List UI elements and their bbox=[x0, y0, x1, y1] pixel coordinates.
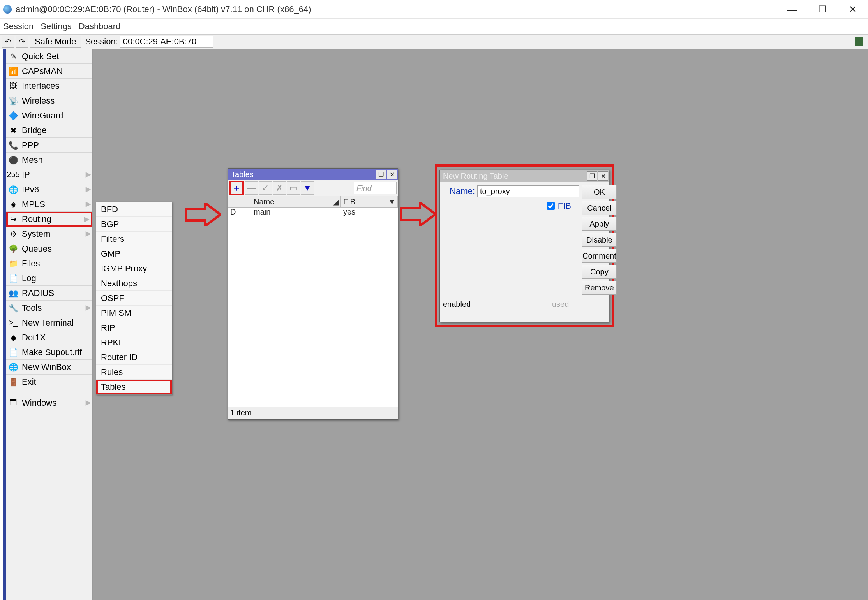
menu-dashboard[interactable]: Dashboard bbox=[79, 21, 121, 32]
sidebar-item-system[interactable]: ⚙System▾ bbox=[6, 227, 92, 241]
submenu-item-bfd[interactable]: BFD bbox=[96, 202, 172, 217]
session-value[interactable]: 00:0C:29:AE:0B:70 bbox=[120, 36, 213, 48]
sidebar-item-new-terminal[interactable]: >_New Terminal bbox=[6, 315, 92, 330]
tables-body[interactable]: D main yes bbox=[228, 208, 398, 407]
comment-button[interactable]: Comment bbox=[582, 249, 617, 263]
cancel-button[interactable]: Cancel bbox=[582, 201, 617, 215]
maximize-button[interactable]: ☐ bbox=[807, 0, 838, 19]
submenu-item-tables[interactable]: Tables bbox=[96, 380, 172, 394]
svg-marker-0 bbox=[185, 203, 221, 226]
menu-settings[interactable]: Settings bbox=[41, 21, 72, 32]
dialog-titlebar[interactable]: New Routing Table ❐ ✕ bbox=[440, 170, 609, 182]
safe-mode-button[interactable]: Safe Mode bbox=[30, 36, 81, 48]
sidebar-icon: 🔧 bbox=[9, 303, 18, 313]
close-button[interactable]: ✕ bbox=[838, 0, 868, 19]
submenu-item-filters[interactable]: Filters bbox=[96, 232, 172, 246]
chevron-right-icon: ▾ bbox=[81, 400, 94, 406]
sidebar-icon: 📄 bbox=[9, 348, 18, 357]
add-button[interactable]: ＋ bbox=[229, 181, 244, 195]
sidebar-item-ip[interactable]: 255IP▾ bbox=[6, 167, 92, 182]
status-indicator bbox=[855, 37, 863, 46]
dialog-close-button[interactable]: ✕ bbox=[598, 171, 608, 181]
sidebar-item-routing[interactable]: ↪Routing▾ bbox=[6, 212, 92, 227]
submenu-item-router-id[interactable]: Router ID bbox=[96, 350, 172, 365]
col-name[interactable]: Name◢ bbox=[251, 196, 341, 207]
remove-button[interactable]: Remove bbox=[582, 281, 617, 295]
sidebar-item-queues[interactable]: 🌳Queues bbox=[6, 241, 92, 256]
sidebar-item-files[interactable]: 📁Files bbox=[6, 256, 92, 271]
sidebar-item-capsman[interactable]: 📶CAPsMAN bbox=[6, 64, 92, 79]
sidebar-item-new-winbox[interactable]: 🌐New WinBox bbox=[6, 360, 92, 375]
find-input[interactable]: Find bbox=[354, 182, 397, 194]
ok-button[interactable]: OK bbox=[582, 185, 617, 199]
sidebar-item-label: MPLS bbox=[22, 199, 45, 209]
undo-button[interactable]: ↶ bbox=[2, 36, 14, 48]
sidebar-icon: 255 bbox=[9, 170, 18, 179]
sidebar-item-tools[interactable]: 🔧Tools▾ bbox=[6, 301, 92, 315]
sidebar-icon: 🌳 bbox=[9, 244, 18, 253]
sidebar-item-exit[interactable]: 🚪Exit bbox=[6, 375, 92, 389]
sidebar-item-label: New Terminal bbox=[22, 318, 74, 328]
filter-button[interactable]: ▼ bbox=[301, 181, 314, 195]
menu-session[interactable]: Session bbox=[3, 21, 34, 32]
submenu-item-ospf[interactable]: OSPF bbox=[96, 291, 172, 306]
submenu-item-nexthops[interactable]: Nexthops bbox=[96, 276, 172, 291]
col-fib[interactable]: FIB▼ bbox=[341, 196, 398, 207]
sidebar-icon: 🔷 bbox=[9, 111, 18, 120]
submenu-item-bgp[interactable]: BGP bbox=[96, 217, 172, 232]
apply-button[interactable]: Apply bbox=[582, 217, 617, 231]
sidebar-item-bridge[interactable]: ✖Bridge bbox=[6, 123, 92, 138]
chevron-right-icon: ▾ bbox=[81, 202, 94, 207]
sidebar-item-mpls[interactable]: ◈MPLS▾ bbox=[6, 197, 92, 212]
minimize-button[interactable]: — bbox=[777, 0, 807, 19]
sidebar-icon: 📁 bbox=[9, 259, 18, 268]
sidebar-item-windows[interactable]: 🗖Windows▾ bbox=[6, 396, 92, 410]
chevron-right-icon: ▾ bbox=[79, 216, 92, 222]
sidebar-item-label: CAPsMAN bbox=[22, 66, 63, 76]
fib-checkbox[interactable] bbox=[547, 202, 555, 210]
name-input[interactable] bbox=[477, 185, 579, 197]
sidebar-item-mesh[interactable]: ⚫Mesh bbox=[6, 153, 92, 167]
sidebar-item-label: PPP bbox=[22, 140, 39, 150]
table-row[interactable]: D main yes bbox=[228, 208, 398, 218]
sidebar-item-make-supout.rif[interactable]: 📄Make Supout.rif bbox=[6, 345, 92, 360]
sidebar-item-interfaces[interactable]: 🖼Interfaces bbox=[6, 79, 92, 93]
main-toolbar: ↶ ↷ Safe Mode Session: 00:0C:29:AE:0B:70 bbox=[0, 34, 868, 49]
dialog-title: New Routing Table bbox=[443, 172, 508, 181]
remove-button[interactable]: — bbox=[245, 181, 258, 195]
submenu-item-rip[interactable]: RIP bbox=[96, 320, 172, 335]
redo-button[interactable]: ↷ bbox=[16, 36, 28, 48]
disable-button[interactable]: ✗ bbox=[273, 181, 286, 195]
sidebar-item-radius[interactable]: 👥RADIUS bbox=[6, 286, 92, 301]
enable-button[interactable]: ✓ bbox=[259, 181, 272, 195]
submenu-item-pim-sm[interactable]: PIM SM bbox=[96, 306, 172, 320]
chevron-right-icon: ▾ bbox=[81, 187, 94, 192]
sidebar-item-label: Interfaces bbox=[22, 81, 60, 91]
disable-button[interactable]: Disable bbox=[582, 233, 617, 247]
sidebar-item-ppp[interactable]: 📞PPP bbox=[6, 138, 92, 153]
tables-window-titlebar[interactable]: Tables ❐ ✕ bbox=[228, 169, 398, 180]
sidebar-item-quick-set[interactable]: ✎Quick Set bbox=[6, 49, 92, 64]
sidebar-item-label: Routing bbox=[22, 214, 51, 224]
tables-restore-button[interactable]: ❐ bbox=[376, 170, 386, 179]
sidebar-item-log[interactable]: 📄Log bbox=[6, 271, 92, 286]
copy-button[interactable]: Copy bbox=[582, 265, 617, 279]
comment-button[interactable]: ▭ bbox=[287, 181, 300, 195]
sidebar-item-wireguard[interactable]: 🔷WireGuard bbox=[6, 108, 92, 123]
submenu-item-gmp[interactable]: GMP bbox=[96, 246, 172, 261]
sidebar-item-ipv6[interactable]: 🌐IPv6▾ bbox=[6, 182, 92, 197]
chevron-right-icon: ▾ bbox=[81, 172, 94, 178]
submenu-item-rules[interactable]: Rules bbox=[96, 365, 172, 380]
submenu-item-rpki[interactable]: RPKI bbox=[96, 335, 172, 350]
col-flag[interactable] bbox=[228, 196, 251, 207]
sidebar-item-wireless[interactable]: 📡Wireless bbox=[6, 93, 92, 108]
dialog-restore-button[interactable]: ❐ bbox=[587, 171, 597, 181]
tables-close-button[interactable]: ✕ bbox=[387, 170, 397, 179]
sidebar-item-dot1x[interactable]: ◆Dot1X bbox=[6, 330, 92, 345]
app-icon bbox=[3, 5, 12, 14]
submenu-item-igmp-proxy[interactable]: IGMP Proxy bbox=[96, 261, 172, 276]
sidebar-icon: ◆ bbox=[9, 333, 18, 342]
dropdown-icon: ▼ bbox=[388, 197, 396, 206]
status-enabled: enabled bbox=[440, 298, 494, 310]
sidebar-item-label: Bridge bbox=[22, 125, 47, 135]
